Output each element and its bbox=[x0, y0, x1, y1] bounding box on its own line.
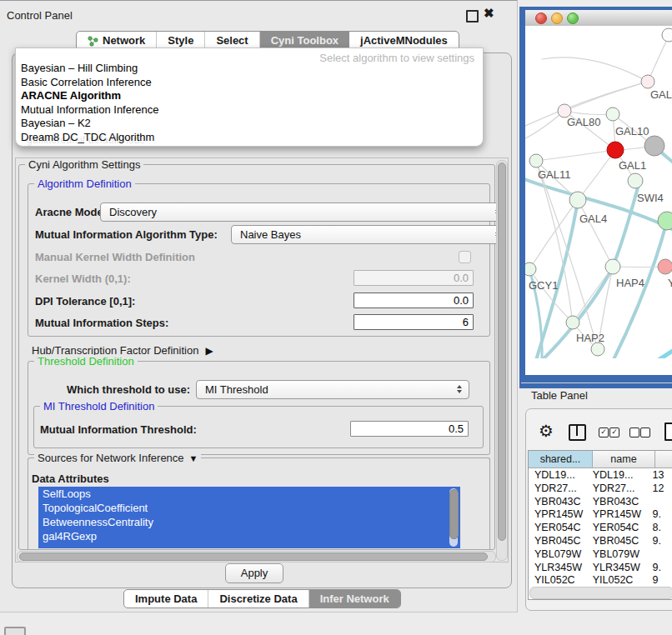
unchecked-checkbox-icon[interactable] bbox=[629, 428, 639, 438]
table-cell[interactable]: 12 bbox=[646, 482, 672, 496]
mi-steps-input[interactable] bbox=[354, 314, 474, 330]
table-cell[interactable]: YIL052C bbox=[589, 574, 647, 588]
table-cell[interactable]: 9. bbox=[646, 535, 672, 548]
attribute-item-betweennesscentrality[interactable]: BetweennessCentrality bbox=[38, 515, 460, 529]
network-window-titlebar[interactable] bbox=[525, 10, 672, 27]
table-cell[interactable]: YBL079W bbox=[529, 548, 589, 562]
list-scrollbar[interactable] bbox=[449, 488, 458, 547]
table-cell[interactable]: YIL052C bbox=[529, 574, 589, 588]
tab-impute-data[interactable]: Impute Data bbox=[124, 590, 208, 608]
data-attributes-list[interactable]: SelfLoopsTopologicalCoefficientBetweenne… bbox=[38, 487, 460, 548]
table-row[interactable]: YDL19...YDL19...13 bbox=[529, 469, 672, 482]
table-cell[interactable]: YPR145W bbox=[589, 508, 647, 522]
network-canvas[interactable]: GALGAL80GAL10GAL1GAL11SWI4GAL4GCY1HAP4YH… bbox=[525, 26, 672, 358]
mi-algorithm-type-select[interactable]: Naive Bayes bbox=[231, 225, 508, 244]
attribute-item-selfloops[interactable]: SelfLoops bbox=[38, 487, 460, 501]
table-row[interactable]: YDR27...YDR27...12 bbox=[529, 482, 672, 496]
mac-zoom-icon[interactable] bbox=[567, 12, 579, 24]
column-header-name[interactable]: name bbox=[593, 451, 655, 468]
unchecked-checkbox-icon[interactable] bbox=[640, 428, 650, 438]
expand-right-icon[interactable]: ▶ bbox=[205, 345, 213, 357]
table-row[interactable]: YLR345WYLR345W9. bbox=[529, 562, 672, 575]
table-cell[interactable]: 9 bbox=[646, 574, 672, 588]
table-cell[interactable]: 9. bbox=[646, 508, 672, 522]
which-threshold-select[interactable]: MI Threshold bbox=[196, 380, 469, 399]
network-edge bbox=[624, 346, 672, 358]
list-scrollbar-thumb[interactable] bbox=[449, 489, 459, 539]
attribute-item-gal4rgexp[interactable]: gal4RGexp bbox=[38, 529, 460, 543]
network-node-gal4[interactable] bbox=[569, 192, 586, 208]
table-cell[interactable]: 13 bbox=[646, 469, 672, 482]
mi-algorithm-type-label: Mutual Information Algorithm Type: bbox=[35, 228, 218, 241]
dpi-tolerance-input[interactable] bbox=[354, 292, 474, 308]
node-label-gal1: GAL1 bbox=[619, 159, 646, 172]
table-row[interactable]: YBR043CYBR043C bbox=[529, 496, 672, 509]
table-row[interactable]: YBL079WYBL079W bbox=[529, 548, 672, 562]
algorithm-option-mutual-information-inference[interactable]: Mutual Information Inference bbox=[19, 103, 479, 118]
mi-threshold-input[interactable] bbox=[350, 421, 469, 437]
table-cell[interactable]: 9. bbox=[646, 562, 672, 575]
float-window-icon[interactable] bbox=[466, 10, 479, 22]
table-cell[interactable]: YDL19... bbox=[589, 469, 647, 482]
close-icon[interactable]: ✖ bbox=[484, 6, 494, 21]
network-node[interactable] bbox=[644, 136, 664, 156]
collapse-down-icon[interactable]: ▼ bbox=[189, 453, 198, 463]
table-cell[interactable]: YDR27... bbox=[589, 482, 647, 496]
settings-hscrollbar[interactable] bbox=[17, 551, 496, 562]
checked-checkbox-icon[interactable]: ✓ bbox=[609, 428, 619, 438]
algorithm-option-aracne-algorithm[interactable]: ARACNE Algorithm bbox=[19, 89, 479, 103]
table-cell[interactable] bbox=[646, 496, 672, 509]
network-node-y[interactable] bbox=[658, 259, 672, 274]
network-node-gal11[interactable] bbox=[529, 154, 543, 168]
table-cell[interactable]: YLR345W bbox=[529, 562, 589, 575]
table-hscrollbar[interactable] bbox=[529, 587, 672, 599]
tab-discretize-data[interactable]: Discretize Data bbox=[208, 590, 308, 608]
column-header-shared[interactable]: shared... bbox=[529, 451, 593, 468]
table-cell[interactable] bbox=[646, 548, 672, 562]
algorithm-option-bayesian-k2[interactable]: Bayesian – K2 bbox=[19, 117, 479, 131]
table-cell[interactable]: YDR27... bbox=[529, 482, 589, 496]
table-cell[interactable]: YPR145W bbox=[529, 508, 589, 522]
table-cell[interactable]: YBR045C bbox=[589, 535, 647, 548]
network-node[interactable] bbox=[591, 342, 604, 356]
settings-vscrollbar[interactable] bbox=[496, 160, 508, 561]
network-node-hap2[interactable] bbox=[566, 316, 579, 329]
table-row[interactable]: YBR045CYBR045C9. bbox=[529, 535, 672, 548]
network-node-swi4[interactable] bbox=[628, 173, 643, 188]
attribute-item-topologicalcoefficient[interactable]: TopologicalCoefficient bbox=[38, 501, 460, 515]
network-node[interactable] bbox=[658, 212, 672, 230]
table-row[interactable]: YIL052CYIL052C9 bbox=[529, 574, 672, 588]
settings-vscrollbar-thumb[interactable] bbox=[498, 162, 506, 541]
checked-checkbox-icon[interactable]: ✓ bbox=[599, 428, 609, 438]
table-cell[interactable]: YBR043C bbox=[529, 496, 589, 509]
table-row[interactable]: YER054CYER054C8. bbox=[529, 522, 672, 535]
mac-close-icon[interactable] bbox=[535, 12, 547, 24]
settings-hscrollbar-thumb[interactable] bbox=[19, 552, 488, 561]
network-node[interactable] bbox=[662, 28, 672, 42]
apply-button[interactable]: Apply bbox=[225, 563, 283, 583]
aracne-mode-select[interactable]: Discovery bbox=[100, 202, 508, 222]
minimized-panel-icon[interactable] bbox=[4, 627, 26, 635]
tab-infer-network[interactable]: Infer Network bbox=[309, 590, 400, 608]
table-cell[interactable]: 8. bbox=[646, 522, 672, 535]
network-node-gal[interactable] bbox=[641, 75, 654, 88]
algorithm-option-bayesian-hill-climbing[interactable]: Bayesian – Hill Climbing bbox=[19, 62, 479, 76]
column-header-a[interactable]: A bbox=[655, 451, 672, 468]
document-icon[interactable] bbox=[664, 422, 672, 441]
network-node-gal1[interactable] bbox=[607, 142, 624, 158]
table-cell[interactable]: YBL079W bbox=[589, 548, 647, 562]
network-node-hap4[interactable] bbox=[605, 259, 620, 274]
columns-icon[interactable] bbox=[569, 424, 586, 441]
table-cell[interactable]: YLR345W bbox=[589, 562, 647, 575]
table-cell[interactable]: YBR043C bbox=[589, 496, 647, 509]
gear-icon[interactable]: ⚙ bbox=[539, 421, 554, 441]
network-node-gcy1[interactable] bbox=[525, 262, 536, 276]
algorithm-option-basic-correlation-inference[interactable]: Basic Correlation Inference bbox=[19, 76, 479, 90]
table-cell[interactable]: YDL19... bbox=[529, 469, 589, 482]
table-cell[interactable]: YBR045C bbox=[529, 535, 589, 548]
table-cell[interactable]: YER054C bbox=[529, 522, 589, 535]
table-row[interactable]: YPR145WYPR145W9. bbox=[529, 508, 672, 522]
mac-minimize-icon[interactable] bbox=[551, 12, 563, 24]
network-node-gal10[interactable] bbox=[606, 108, 619, 121]
table-cell[interactable]: YER054C bbox=[589, 522, 647, 535]
